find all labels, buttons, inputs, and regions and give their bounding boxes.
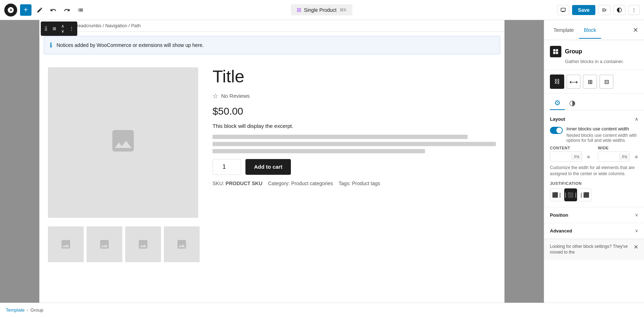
cart-row: 1 Add to cart	[213, 159, 496, 175]
bar-2	[213, 142, 496, 146]
info-icon: ℹ	[50, 41, 52, 49]
block-move-up-button[interactable]: ∧∨	[59, 22, 67, 35]
block-description: Gather blocks in a container.	[565, 59, 638, 64]
justify-right-button[interactable]: | ⬛	[579, 188, 591, 201]
style-link-button[interactable]: ⛓	[550, 75, 564, 89]
add-block-button[interactable]: +	[20, 4, 31, 16]
toggle-label: Inner blocks use content width	[566, 126, 638, 131]
layout-toggle-button[interactable]: ∧	[635, 116, 638, 122]
product-reviews: ☆ No Reviews	[213, 92, 496, 100]
keyboard-shortcut: ⌘K	[340, 8, 347, 13]
toggle-label-area: Inner blocks use content width Nested bl…	[566, 126, 638, 143]
device-preview-button[interactable]	[557, 5, 569, 15]
block-drag-button[interactable]: ⣿	[42, 25, 50, 33]
wordpress-icon	[7, 6, 14, 14]
redo-button[interactable]	[62, 5, 72, 15]
wide-width-input[interactable]	[598, 152, 620, 162]
content-align-button[interactable]: ≡	[584, 152, 594, 162]
justification-label: JUSTIFICATION	[550, 181, 638, 186]
group-block-icon	[552, 48, 559, 55]
thumb-1	[48, 226, 84, 262]
thumb-4	[164, 226, 200, 262]
image-placeholder-icon	[109, 126, 137, 159]
position-section: Position ∨	[544, 207, 644, 223]
justification-area: JUSTIFICATION ⬛ | | ⬛ | | ⬛	[550, 181, 638, 201]
wide-align-button[interactable]: ≡	[631, 152, 641, 162]
block-select-button[interactable]: ⊞	[50, 25, 58, 33]
wp-logo	[4, 4, 17, 16]
main-layout: ⣿ ⊞ ∧∨ ⋮ Breadcrumbs / Navigation / Path…	[0, 20, 644, 303]
layout-section: Layout ∧ Inner blocks use content width …	[544, 110, 644, 207]
panel-close-button[interactable]: ✕	[631, 25, 640, 35]
position-title: Position	[550, 212, 568, 218]
panel-tabs: Template Block	[548, 24, 631, 36]
breadcrumb-bar: ⣿ ⊞ ∧∨ ⋮ Breadcrumbs / Navigation / Path	[39, 20, 504, 32]
settings-gear-tab[interactable]: ⚙	[550, 96, 565, 110]
add-to-cart-button[interactable]: Add to cart	[245, 159, 291, 175]
category-label: Category: Product categories	[268, 181, 333, 186]
style-flow-button[interactable]: ⟷	[566, 75, 581, 89]
tab-block[interactable]: Block	[579, 24, 601, 36]
contrast-icon	[616, 7, 622, 13]
sidebar-icon	[601, 7, 607, 13]
editor-canvas: ⣿ ⊞ ∧∨ ⋮ Breadcrumbs / Navigation / Path…	[39, 20, 504, 303]
more-options-button[interactable]: ⋮	[628, 5, 640, 15]
product-meta: SKU: PRODUCT SKU Category: Product categ…	[213, 181, 496, 186]
style-grid-button[interactable]: ⊟	[599, 75, 614, 89]
style-icons: ⛓ ⟷ ⊞ ⊟	[544, 70, 644, 93]
content-width-input-row: PX	[550, 152, 582, 162]
product-excerpt: This block will display the excerpt.	[213, 123, 496, 129]
content-width-toggle[interactable]	[550, 127, 563, 134]
thumb-3	[125, 226, 161, 262]
edit-pen-button[interactable]	[34, 5, 45, 15]
undo-button[interactable]	[48, 5, 59, 15]
style-stack-button[interactable]: ⊞	[583, 75, 597, 89]
settings-toggle-button[interactable]	[598, 5, 610, 15]
customize-text: Customize the width for all elements tha…	[550, 165, 638, 177]
bar-3	[213, 149, 425, 153]
quantity-input[interactable]: 1	[213, 159, 241, 175]
wide-width-label: WIDE	[598, 146, 641, 150]
save-button[interactable]: Save	[572, 5, 595, 15]
advanced-collapse-button[interactable]: Advanced ∨	[544, 223, 644, 239]
block-more-button[interactable]: ⋮	[67, 25, 76, 33]
justify-center-button[interactable]: | ⬛ |	[564, 188, 577, 201]
pen-icon	[36, 7, 43, 13]
footer-breadcrumb: Template › Group	[0, 303, 644, 317]
contrast-button[interactable]	[613, 5, 625, 15]
notice-close-button[interactable]: ✕	[634, 244, 638, 250]
undo-icon	[50, 7, 57, 13]
thumb-placeholder-icon-4	[176, 239, 187, 250]
list-view-button[interactable]	[75, 5, 86, 15]
sku-value: PRODUCT SKU	[226, 181, 263, 186]
page-title-button[interactable]: ⊞ Single Product ⌘K	[291, 4, 352, 15]
justify-left-button[interactable]: ⬛ |	[550, 188, 563, 201]
toggle-sublabel: Nested blocks use content width with opt…	[566, 133, 638, 143]
wide-px-unit[interactable]: PX	[620, 153, 630, 160]
thumb-placeholder-icon-1	[60, 239, 72, 250]
tab-template[interactable]: Template	[548, 24, 579, 36]
block-info: Group Gather blocks in a container.	[544, 40, 644, 70]
top-toolbar: + ⊞ Single Product ⌘K Save ⋮	[0, 0, 644, 20]
content-px-unit[interactable]: PX	[572, 153, 582, 160]
breadcrumb-path: Breadcrumbs / Navigation / Path	[74, 23, 141, 28]
star-icon: ☆	[213, 92, 218, 100]
content-width-input[interactable]	[550, 152, 572, 162]
position-collapse-button[interactable]: Position ∨	[544, 207, 644, 223]
block-name-label: Group	[565, 48, 582, 55]
block-info-header: Group	[550, 46, 638, 57]
footer-separator: ›	[27, 307, 28, 313]
settings-contrast-tab[interactable]: ◑	[565, 96, 580, 110]
advanced-chevron-icon: ∨	[635, 228, 638, 233]
block-toolbar: ⣿ ⊞ ∧∨ ⋮	[41, 21, 77, 36]
product-title: Title	[213, 67, 496, 86]
panel-header: Template Block ✕	[544, 20, 644, 40]
tags-value: Product tags	[352, 181, 380, 186]
width-row: CONTENT PX ≡ WIDE PX	[550, 146, 638, 162]
redo-icon	[64, 7, 70, 13]
bar-1	[213, 135, 468, 139]
settings-tabs: ⚙ ◑	[544, 93, 644, 110]
footer-template-link[interactable]: Template	[6, 307, 25, 313]
sku-label: SKU: PRODUCT SKU	[213, 181, 262, 186]
content-width-col: CONTENT PX ≡	[550, 146, 594, 162]
